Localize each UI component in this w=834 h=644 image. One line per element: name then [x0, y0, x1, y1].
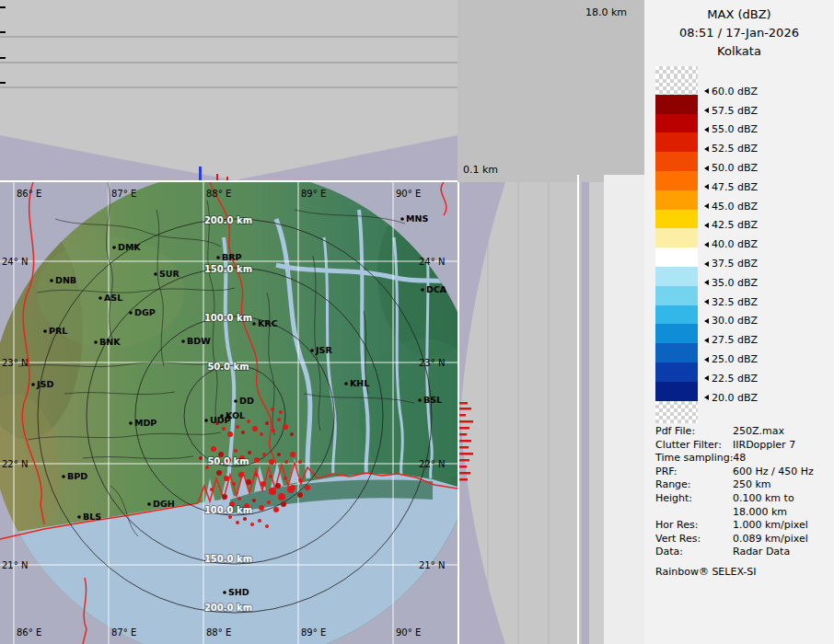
legend-color-swatch — [655, 324, 698, 343]
radar-echo — [236, 521, 239, 524]
radar-echo — [199, 456, 203, 460]
info-row: Clutter Filter:IIRDoppler 7 — [655, 439, 830, 453]
radar-echo — [254, 473, 258, 477]
longitude-label: 90° E — [396, 627, 421, 638]
radar-echo — [199, 167, 202, 182]
city-dot — [181, 339, 185, 343]
legend-entry: 22.5 dBZ — [655, 362, 758, 382]
legend-tick-arrow — [704, 203, 709, 209]
radar-echo — [222, 494, 227, 500]
info-row: Pdf File:250Z.max — [655, 425, 830, 439]
range-ring-label: 50.0 km — [207, 362, 249, 372]
info-value: 250 km — [733, 478, 771, 492]
legend-color-swatch — [655, 267, 698, 286]
legend-entry: 35.0 dBZ — [655, 267, 758, 286]
radar-echo — [252, 499, 256, 502]
legend-tick-arrow — [704, 88, 709, 94]
legend-entry: 32.5 dBZ — [655, 286, 758, 305]
color-scale: 60.0 dBZ57.5 dBZ55.0 dBZ52.5 dBZ50.0 dBZ… — [655, 66, 758, 423]
colorbar-bottom-checker — [655, 401, 698, 423]
legend-tick-arrow — [704, 146, 709, 152]
radar-echo — [247, 420, 250, 423]
radar-echo — [281, 501, 286, 507]
radar-echo — [305, 485, 310, 490]
radar-echo — [284, 477, 287, 480]
legend-tick-arrow — [704, 127, 709, 132]
info-label: PRF: — [655, 466, 733, 479]
city-dot — [129, 311, 133, 315]
radar-echo — [290, 452, 295, 457]
info-label: Clutter Filter: — [655, 439, 733, 453]
city-label: DMK — [118, 242, 141, 252]
radar-echo — [216, 470, 222, 476]
legend-label: 45.0 dBZ — [704, 201, 758, 213]
latitude-label: 21° N — [419, 560, 445, 570]
city-dot — [62, 475, 65, 478]
city-label: BPD — [67, 471, 87, 481]
city-label: BSL — [423, 395, 442, 405]
legend-tick-arrow — [704, 280, 709, 285]
min-height-label: 0.1 km — [463, 164, 498, 176]
legend-entry: 52.5 dBZ — [655, 132, 758, 152]
legend-label: 32.5 dBZ — [704, 296, 758, 308]
city-dot — [94, 340, 98, 344]
legend-entry: 50.0 dBZ — [655, 152, 758, 171]
legend-label: 42.5 dBZ — [704, 219, 758, 231]
city-dot — [43, 329, 47, 333]
legend-color-swatch — [655, 171, 698, 190]
radar-echo — [283, 424, 288, 430]
city-label: DGP — [134, 307, 156, 317]
legend-tick-arrow — [704, 261, 709, 267]
radar-echo — [228, 515, 232, 519]
info-value: 1.000 km/pixel — [733, 519, 808, 533]
info-row: Vert Res:0.089 km/pixel — [655, 533, 830, 546]
info-value: 18.000 km — [733, 506, 787, 520]
city-dot — [418, 398, 422, 402]
panel-divider-left — [458, 182, 459, 644]
city-dot — [129, 421, 133, 425]
info-value: 600 Hz / 450 Hz — [733, 466, 814, 479]
legend-tick-arrow — [704, 166, 709, 171]
radar-echo — [238, 472, 244, 477]
radar-echo — [459, 427, 469, 430]
legend-color-swatch — [655, 382, 698, 401]
city-dot — [216, 256, 220, 259]
legend-tick-arrow — [704, 184, 709, 190]
legend-tick-arrow — [704, 108, 709, 113]
radar-echo — [459, 459, 469, 462]
legend-entry: 55.0 dBZ — [655, 114, 758, 133]
radar-echo — [459, 446, 469, 449]
legend-label: 30.0 dBZ — [704, 315, 758, 327]
city-label: JSR — [315, 345, 332, 355]
latitude-label: 23° N — [2, 358, 28, 368]
range-ring-label: 50.0 km — [207, 456, 249, 466]
scan-datetime: 08:51 / 17-Jan-2026 — [644, 24, 834, 42]
city-label: SUR — [159, 269, 180, 279]
legend-label: 40.0 dBZ — [704, 238, 758, 250]
station-name: Kolkata — [644, 42, 834, 61]
longitude-label: 86° E — [17, 189, 41, 199]
info-row: PRF:600 Hz / 450 Hz — [655, 466, 830, 479]
range-ring-label: 150.0 km — [204, 554, 252, 564]
city-dot — [154, 272, 157, 276]
longitude-label: 88° E — [206, 189, 231, 199]
city-dot — [98, 296, 102, 300]
latitude-label: 23° N — [419, 358, 445, 368]
vertical-projection-side-panel: 0.1 km — [458, 0, 580, 644]
radar-echo — [234, 449, 237, 453]
radar-echo — [260, 432, 263, 436]
radar-echo — [269, 475, 272, 478]
info-value: 250Z.max — [733, 425, 784, 439]
city-label: DCA — [426, 284, 447, 294]
legend-tick-arrow — [704, 318, 709, 324]
info-label — [655, 506, 733, 520]
legend-tick-arrow — [704, 357, 709, 362]
latitude-label: 24° N — [2, 257, 28, 267]
radar-echo — [252, 426, 258, 431]
longitude-label: 89° E — [301, 627, 326, 638]
legend-panel: MAX (dBZ) 08:51 / 17-Jan-2026 Kolkata 60… — [644, 0, 834, 644]
legend-label: 25.0 dBZ — [704, 353, 758, 365]
legend-label: 20.0 dBZ — [704, 392, 758, 404]
city-dot — [77, 515, 81, 519]
info-row: Height:0.100 km to — [655, 492, 830, 506]
